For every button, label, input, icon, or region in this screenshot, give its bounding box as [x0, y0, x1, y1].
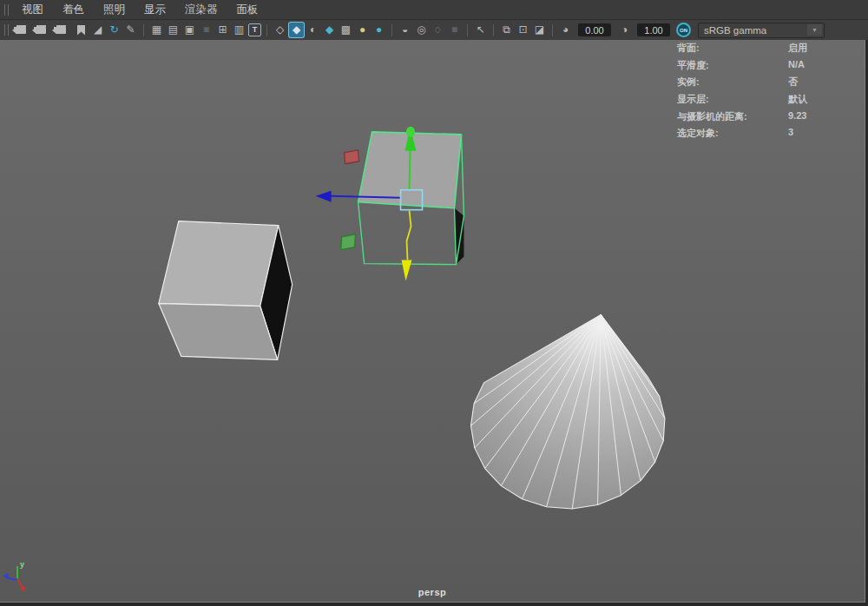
hud-value: 9.23	[788, 110, 806, 121]
panel-tool-bar: ◢↻✎▦▤▣■⊞▥T◇◆◐◆▩●●◒◎◌■↖⧉⊡◪◕ 0.00 ◑ 1.00 O…	[0, 20, 868, 41]
cone-mesh[interactable]	[470, 315, 664, 510]
field-chart-icon[interactable]: ⊞	[215, 23, 230, 37]
chevron-down-icon[interactable]: ▼	[807, 24, 822, 36]
viewport-3d[interactable]: y 背面:启用平滑度:N/A实例:否显示层:默认与摄影机的距离:9.23选定对象…	[0, 40, 865, 603]
toolbar-separator	[493, 24, 494, 36]
hud-value: 否	[788, 76, 798, 89]
film-gate-icon[interactable]: ▤	[166, 23, 181, 37]
hud-label: 背面:	[677, 42, 788, 55]
toolbar-separator	[391, 24, 392, 36]
toolbar-separator	[143, 24, 144, 36]
hud-label: 显示层:	[677, 93, 788, 106]
menu-renderer[interactable]: 渲染器	[175, 0, 227, 19]
bookmark-icon[interactable]	[74, 23, 89, 37]
menu-shading[interactable]: 着色	[53, 0, 94, 19]
camera-name-label: persp	[0, 587, 865, 597]
motion-blur-icon[interactable]: ◎	[414, 23, 429, 37]
hud-label: 平滑度:	[677, 59, 788, 72]
camera-icon[interactable]	[14, 23, 32, 37]
menu-show[interactable]: 显示	[135, 0, 175, 19]
hud-label: 选定对象:	[677, 127, 788, 140]
exposure-field[interactable]: 0.00	[578, 23, 611, 36]
hud-label: 实例:	[677, 76, 788, 89]
menubar-drag-handle[interactable]	[4, 4, 9, 16]
grease-pencil-icon[interactable]: ✎	[123, 23, 138, 37]
axis-y-label: y	[20, 560, 24, 569]
hud-row: 与摄影机的距离:9.23	[677, 110, 859, 128]
menu-lighting[interactable]: 照明	[94, 0, 135, 19]
view-transform-dropdown[interactable]: sRGB gamma ▼	[698, 23, 825, 38]
hud-row: 背面:启用	[677, 42, 859, 59]
hud-row: 显示层:默认	[677, 93, 859, 110]
hud-value: N/A	[788, 59, 805, 69]
object-selection-icon[interactable]: ↖	[473, 23, 488, 37]
camera-lock-icon[interactable]	[34, 23, 52, 37]
ambient-occlusion-icon[interactable]: ◒	[398, 23, 412, 37]
cube-mesh-unselected[interactable]	[159, 221, 293, 360]
resolution-gate-icon[interactable]: ▣	[182, 23, 197, 37]
image-plane-icon[interactable]: ◢	[90, 23, 105, 37]
menu-panels[interactable]: 面板	[227, 0, 268, 19]
exposure-icon[interactable]: ◕	[558, 23, 573, 37]
green-plane-handle[interactable]	[341, 234, 356, 250]
hud-value: 默认	[788, 93, 807, 106]
camera-settings-icon[interactable]	[54, 23, 72, 37]
isolate-add-icon[interactable]: ⊡	[516, 23, 530, 37]
menu-items: 视图着色照明显示渲染器面板	[12, 0, 268, 19]
maya-viewport-window: 视图着色照明显示渲染器面板 ◢↻✎▦▤▣■⊞▥T◇◆◐◆▩●●◒◎◌■↖⧉⊡◪◕…	[0, 0, 868, 606]
heads-up-display: 背面:启用平滑度:N/A实例:否显示层:默认与摄影机的距离:9.23选定对象:3	[677, 42, 859, 144]
toolbar-drag-handle[interactable]	[4, 24, 9, 36]
safe-title-icon[interactable]: T	[248, 23, 261, 36]
textured-icon[interactable]: ◆	[322, 23, 337, 37]
pan-zoom-icon[interactable]: ↻	[107, 23, 122, 37]
menu-view[interactable]: 视图	[12, 0, 53, 19]
invert-display-icon[interactable]: ◪	[532, 23, 547, 37]
hud-row: 实例:否	[677, 76, 859, 93]
color-management-toggle[interactable]: ON	[676, 23, 691, 37]
cube-mesh-selected[interactable]	[358, 132, 464, 265]
safe-action-icon[interactable]: ▥	[232, 23, 247, 37]
shadows-icon[interactable]: ●	[372, 23, 386, 37]
toolbar-separator	[467, 24, 468, 36]
smooth-shade-all-icon[interactable]: ◆	[289, 23, 304, 37]
wireframe-icon[interactable]: ◇	[273, 23, 287, 37]
depth-of-field-icon[interactable]: ■	[447, 23, 462, 37]
gamma-field[interactable]: 1.00	[637, 23, 670, 36]
hud-value: 启用	[788, 42, 807, 55]
use-default-material-icon[interactable]: ▩	[339, 23, 353, 37]
hud-value: 3	[788, 127, 793, 137]
toolbar-separator	[266, 24, 267, 36]
hud-row: 平滑度:N/A	[677, 59, 859, 76]
toolbar-icons: ◢↻✎▦▤▣■⊞▥T◇◆◐◆▩●●◒◎◌■↖⧉⊡◪◕	[1, 23, 574, 37]
contrast-icon[interactable]: ◑	[617, 23, 632, 37]
wireframe-on-shaded-icon[interactable]: ◐	[306, 23, 320, 37]
grid-icon[interactable]: ▦	[149, 23, 164, 37]
hud-label: 与摄影机的距离:	[677, 110, 788, 123]
toolbar-separator	[552, 24, 553, 36]
view-transform-value: sRGB gamma	[704, 25, 766, 36]
multisample-icon[interactable]: ◌	[431, 23, 445, 37]
panel-menu-bar: 视图着色照明显示渲染器面板	[0, 0, 868, 20]
isolate-select-icon[interactable]: ⧉	[499, 23, 514, 37]
gate-mask-icon[interactable]: ■	[199, 23, 214, 37]
red-plane-handle[interactable]	[345, 150, 359, 164]
hud-row: 选定对象:3	[677, 127, 859, 144]
lighting-icon[interactable]: ●	[355, 23, 370, 37]
